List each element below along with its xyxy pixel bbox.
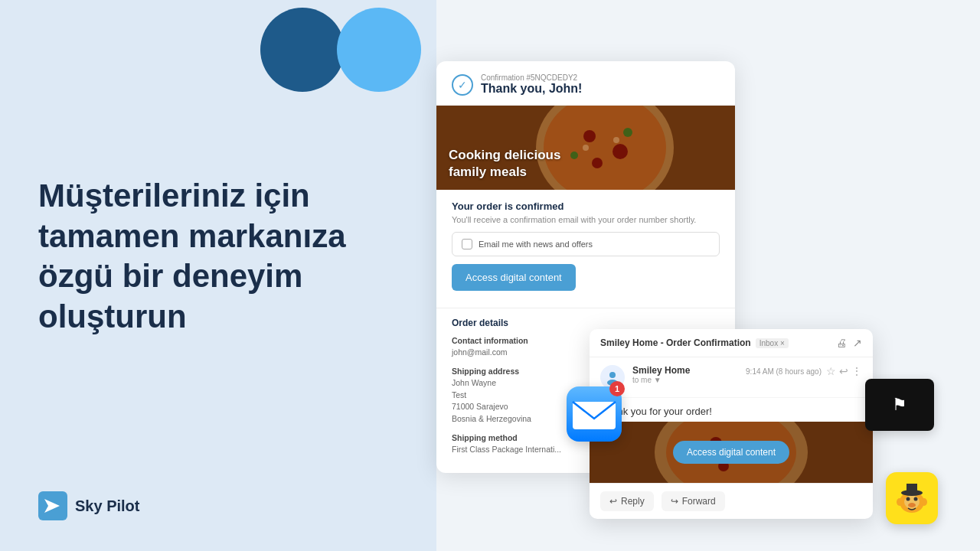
email-card: Smiley Home - Order Confirmation Inbox ×… [590,329,873,519]
email-subject-row: Smiley Home - Order Confirmation Inbox × [600,337,789,348]
more-icon[interactable]: ⋮ [851,365,862,377]
print-icon[interactable]: 🖨 [836,337,847,349]
svg-point-27 [906,497,910,501]
email-meta: 9:14 AM (8 hours ago) ☆ ↩ ⋮ [746,365,862,377]
order-confirmed-section: Your order is confirmed You'll receive a… [436,190,735,308]
thank-you-text: Thank you, John! [481,82,582,96]
svg-point-29 [908,503,916,507]
svg-rect-33 [906,484,917,494]
mail-badge: 1 [609,381,625,396]
check-circle-icon: ✓ [452,74,473,96]
email-checkbox-row[interactable]: Email me with news and offers [452,232,720,256]
external-link-icon[interactable]: ↗ [853,337,862,349]
email-thank-you-text: Thank you for your order! [590,398,873,422]
reply-icon[interactable]: ↩ [839,365,848,377]
order-header-text: Confirmation #5NQCDEDY2 Thank you, John! [481,73,582,96]
deco-circle-light [337,8,421,92]
email-card-header: Smiley Home - Order Confirmation Inbox ×… [590,329,873,357]
star-icon[interactable]: ☆ [826,365,836,377]
hero-text: Müşterileriniz için tamamen markanıza öz… [38,176,368,337]
deco-circle-dark [260,8,345,92]
skypilot-logo-icon [38,491,67,520]
email-actions-row: ☆ ↩ ⋮ [826,365,862,377]
pizza-banner: Cooking delicious family meals [436,106,735,190]
confirmation-number: Confirmation #5NQCDEDY2 [481,73,582,82]
mailchimp-svg [893,479,931,517]
mailchimp-icon[interactable] [886,472,938,524]
email-pizza-banner: Access digital content [590,422,873,483]
pizza-banner-title: Cooking delicious family meals [449,147,560,181]
logo-area[interactable]: Sky Pilot [38,491,139,520]
forward-label: Forward [682,496,716,507]
reply-label: Reply [621,496,645,507]
flag-icon: ⚑ [892,395,907,415]
email-time: 9:14 AM (8 hours ago) [746,367,822,376]
email-checkbox-label: Email me with news and offers [479,240,593,249]
reply-arrow-icon: ↩ [609,496,617,507]
sender-name: Smiley Home [632,365,738,376]
reply-button[interactable]: ↩ Reply [600,491,654,511]
email-header-actions: 🖨 ↗ [836,337,862,349]
email-body-header: Smiley Home to me ▼ 9:14 AM (8 hours ago… [590,357,873,398]
svg-point-30 [897,498,903,506]
order-confirmed-title: Your order is confirmed [452,201,720,212]
sender-info: Smiley Home to me ▼ [632,365,738,384]
pizza-banner-overlay: Cooking delicious family meals [436,138,573,190]
black-card: ⚑ [865,379,934,431]
email-checkbox[interactable] [462,239,472,249]
svg-point-31 [921,498,927,506]
access-digital-content-button[interactable]: Access digital content [452,264,576,291]
left-panel: Müşterileriniz için tamamen markanıza öz… [0,0,436,551]
email-inbox-tag[interactable]: Inbox × [756,338,789,348]
email-subject: Smiley Home - Order Confirmation [600,337,751,348]
svg-point-28 [914,497,918,501]
order-card-header: ✓ Confirmation #5NQCDEDY2 Thank you, Joh… [436,61,735,106]
email-access-digital-content-button[interactable]: Access digital content [673,441,789,464]
forward-button[interactable]: ↪ Forward [662,491,725,511]
email-footer: ↩ Reply ↪ Forward [590,483,873,519]
forward-arrow-icon: ↪ [671,496,678,507]
order-confirmed-subtitle: You'll receive a confirmation email with… [452,215,720,224]
sender-to: to me ▼ [632,376,738,384]
order-details-title: Order details [452,318,720,328]
hero-headline: Müşterileriniz için tamamen markanıza öz… [38,176,368,337]
logo-text: Sky Pilot [75,497,139,515]
svg-point-14 [609,372,616,378]
